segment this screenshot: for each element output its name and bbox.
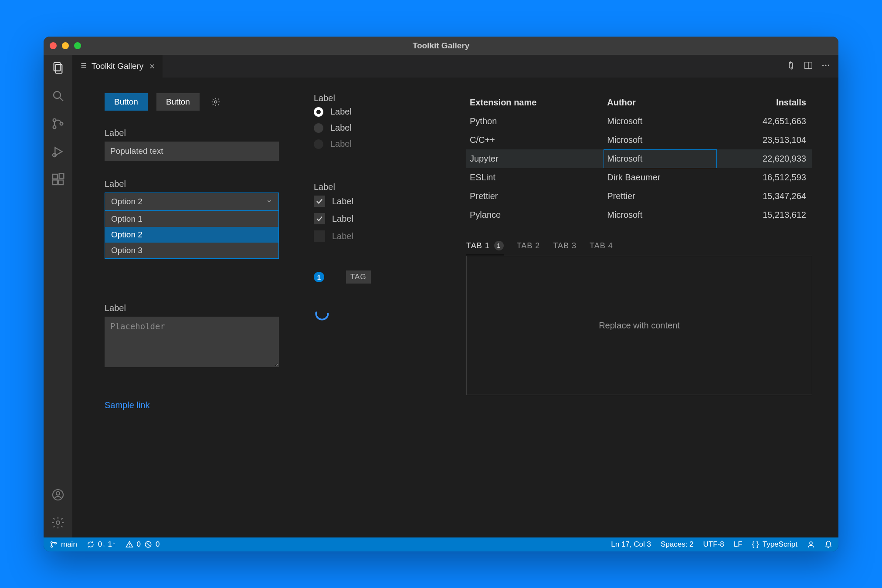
table-row[interactable]: JupyterMicrosoft22,620,933 xyxy=(466,149,812,168)
status-sync-text: 0↓ 1↑ xyxy=(98,540,116,549)
table-cell[interactable]: 15,347,264 xyxy=(717,187,812,206)
checkbox[interactable] xyxy=(314,213,325,224)
svg-point-21 xyxy=(822,64,824,66)
status-notifications-icon[interactable] xyxy=(824,541,832,548)
table-column-header[interactable]: Installs xyxy=(717,93,812,112)
status-bar: main 0↓ 1↑ 0 0 Ln 17, Col 3 Spaces: 2 UT… xyxy=(44,537,838,551)
chevron-down-icon xyxy=(266,197,272,206)
status-eol[interactable]: LF xyxy=(734,540,743,549)
svg-point-2 xyxy=(54,91,61,98)
editor-tab-toolkit-gallery[interactable]: Toolkit Gallery × xyxy=(72,55,163,78)
extensions-icon[interactable] xyxy=(51,172,65,188)
checkbox-label: Label xyxy=(332,196,353,206)
loading-spinner-icon xyxy=(314,305,330,322)
table-cell[interactable]: Microsoft xyxy=(604,112,716,131)
radio-button[interactable] xyxy=(314,107,323,117)
explorer-icon[interactable] xyxy=(51,61,65,77)
status-warnings: 0 xyxy=(156,540,159,549)
source-control-icon[interactable] xyxy=(51,117,65,132)
status-feedback-icon[interactable] xyxy=(807,541,815,548)
table-cell[interactable]: 15,213,612 xyxy=(717,206,812,224)
select-option-list: Option 1Option 2Option 3 xyxy=(105,211,279,259)
table-column-header[interactable]: Extension name xyxy=(466,93,604,112)
svg-rect-0 xyxy=(54,63,61,71)
status-sync[interactable]: 0↓ 1↑ xyxy=(87,540,116,549)
select-dropdown[interactable]: Option 2 xyxy=(105,193,279,211)
table-cell[interactable]: ESLint xyxy=(466,168,604,187)
tab-item[interactable]: TAB 4 xyxy=(590,237,613,255)
checkbox-label: Label xyxy=(332,231,353,241)
table-row[interactable]: PylanceMicrosoft15,213,612 xyxy=(466,206,812,224)
table-cell[interactable]: Microsoft xyxy=(604,206,716,224)
table-row[interactable]: ESLintDirk Baeumer16,512,593 xyxy=(466,168,812,187)
traffic-lights xyxy=(50,42,81,49)
select-label: Label xyxy=(105,179,279,189)
radio-button[interactable] xyxy=(314,123,323,133)
status-language[interactable]: { } TypeScript xyxy=(752,540,797,549)
table-cell[interactable]: Pylance xyxy=(466,206,604,224)
svg-rect-1 xyxy=(56,64,62,73)
table-cell[interactable]: Jupyter xyxy=(466,149,604,168)
compare-changes-icon[interactable] xyxy=(786,61,796,72)
secondary-button[interactable]: Button xyxy=(156,93,200,111)
radio-label: Label xyxy=(330,123,352,133)
more-actions-icon[interactable] xyxy=(821,61,831,72)
close-tab-button[interactable]: × xyxy=(148,62,156,71)
tab-label: TAB 2 xyxy=(517,241,540,250)
table-cell[interactable]: Microsoft xyxy=(604,149,716,168)
svg-point-25 xyxy=(316,308,328,319)
list-icon xyxy=(79,61,87,71)
account-icon[interactable] xyxy=(51,488,65,504)
status-problems[interactable]: 0 0 xyxy=(126,540,160,549)
split-editor-icon[interactable] xyxy=(804,61,813,72)
editor-tab-label: Toolkit Gallery xyxy=(92,61,143,71)
select-option[interactable]: Option 2 xyxy=(105,227,278,243)
status-indent[interactable]: Spaces: 2 xyxy=(661,540,694,549)
table-cell[interactable]: 22,620,933 xyxy=(717,149,812,168)
tab-item[interactable]: TAB 3 xyxy=(553,237,577,255)
svg-point-4 xyxy=(53,119,56,122)
textarea[interactable] xyxy=(105,317,279,367)
radio-label: Label xyxy=(330,139,352,149)
select-option[interactable]: Option 1 xyxy=(105,211,278,227)
maximize-window-button[interactable] xyxy=(74,42,81,49)
status-cursor-position[interactable]: Ln 17, Col 3 xyxy=(611,540,651,549)
close-window-button[interactable] xyxy=(50,42,57,49)
svg-point-8 xyxy=(53,153,56,157)
status-branch[interactable]: main xyxy=(50,540,77,549)
tab-item[interactable]: TAB 2 xyxy=(517,237,540,255)
checkbox-group-label: Label xyxy=(314,182,431,192)
text-field-label: Label xyxy=(105,128,279,138)
table-column-header[interactable]: Author xyxy=(604,93,716,112)
search-icon[interactable] xyxy=(51,89,65,105)
select-option[interactable]: Option 3 xyxy=(105,243,278,258)
table-cell[interactable]: 16,512,593 xyxy=(717,168,812,187)
table-cell[interactable]: Prettier xyxy=(466,187,604,206)
svg-rect-10 xyxy=(53,180,58,185)
tab-item[interactable]: TAB 11 xyxy=(466,237,504,255)
status-encoding[interactable]: UTF-8 xyxy=(703,540,724,549)
table-cell[interactable]: 42,651,663 xyxy=(717,112,812,131)
minimize-window-button[interactable] xyxy=(62,42,69,49)
table-cell[interactable]: Prettier xyxy=(604,187,716,206)
svg-rect-12 xyxy=(59,174,64,179)
tag-chip: TAG xyxy=(346,270,371,284)
svg-line-32 xyxy=(146,543,150,546)
run-debug-icon[interactable] xyxy=(51,145,65,160)
table-row[interactable]: PrettierPrettier15,347,264 xyxy=(466,187,812,206)
table-cell[interactable]: Dirk Baeumer xyxy=(604,168,716,187)
table-row[interactable]: PythonMicrosoft42,651,663 xyxy=(466,112,812,131)
svg-point-23 xyxy=(828,64,829,66)
table-cell[interactable]: C/C++ xyxy=(466,131,604,149)
table-row[interactable]: C/C++Microsoft23,513,104 xyxy=(466,131,812,149)
text-field[interactable] xyxy=(105,142,279,161)
table-cell[interactable]: 23,513,104 xyxy=(717,131,812,149)
settings-icon-button[interactable] xyxy=(208,95,223,109)
primary-button[interactable]: Button xyxy=(105,93,148,111)
sample-link[interactable]: Sample link xyxy=(105,400,149,410)
table-cell[interactable]: Python xyxy=(466,112,604,131)
table-cell[interactable]: Microsoft xyxy=(604,131,716,149)
settings-gear-icon[interactable] xyxy=(51,516,65,531)
checkbox[interactable] xyxy=(314,196,325,207)
count-badge: 1 xyxy=(314,272,324,282)
